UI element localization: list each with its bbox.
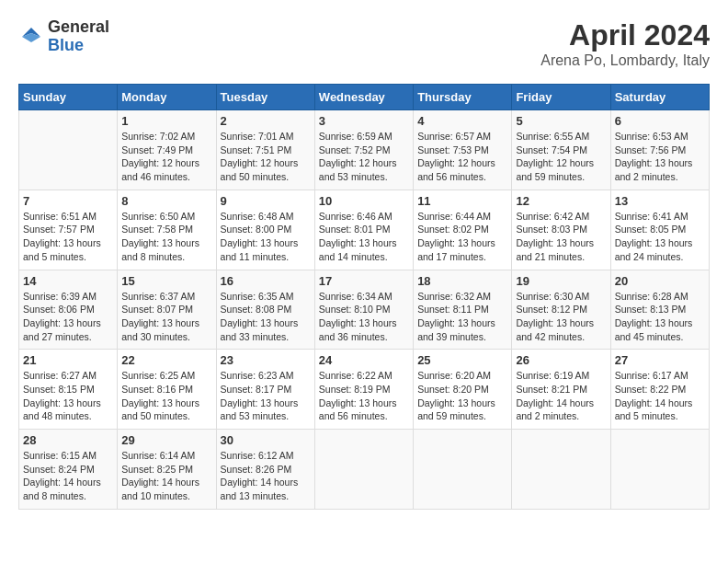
day-info: Sunrise: 6:48 AM Sunset: 8:00 PM Dayligh…	[221, 210, 311, 264]
day-info: Sunrise: 6:23 AM Sunset: 8:17 PM Dayligh…	[221, 369, 311, 423]
day-cell: 18Sunrise: 6:32 AM Sunset: 8:11 PM Dayli…	[414, 270, 512, 350]
day-info: Sunrise: 6:30 AM Sunset: 8:12 PM Dayligh…	[516, 290, 606, 344]
week-row-4: 21Sunrise: 6:27 AM Sunset: 8:15 PM Dayli…	[19, 350, 710, 430]
day-number: 15	[121, 274, 211, 288]
day-number: 22	[121, 353, 211, 367]
week-row-1: 1Sunrise: 7:02 AM Sunset: 7:49 PM Daylig…	[19, 110, 710, 190]
day-cell: 17Sunrise: 6:34 AM Sunset: 8:10 PM Dayli…	[314, 270, 413, 350]
logo-blue: Blue	[48, 37, 109, 55]
header-day-wednesday: Wednesday	[314, 85, 413, 110]
calendar-table: SundayMondayTuesdayWednesdayThursdayFrid…	[18, 84, 710, 510]
day-info: Sunrise: 6:17 AM Sunset: 8:22 PM Dayligh…	[615, 369, 705, 423]
day-cell: 19Sunrise: 6:30 AM Sunset: 8:12 PM Dayli…	[512, 270, 610, 350]
day-info: Sunrise: 6:34 AM Sunset: 8:10 PM Dayligh…	[319, 290, 409, 344]
day-cell: 14Sunrise: 6:39 AM Sunset: 8:06 PM Dayli…	[19, 270, 118, 350]
day-number: 11	[417, 194, 507, 208]
day-info: Sunrise: 6:37 AM Sunset: 8:07 PM Dayligh…	[121, 290, 211, 344]
day-info: Sunrise: 7:02 AM Sunset: 7:49 PM Dayligh…	[121, 130, 211, 184]
day-info: Sunrise: 6:44 AM Sunset: 8:02 PM Dayligh…	[417, 210, 507, 264]
calendar-header: SundayMondayTuesdayWednesdayThursdayFrid…	[19, 85, 710, 110]
day-number: 25	[417, 353, 507, 367]
day-number: 28	[23, 433, 113, 447]
day-cell: 7Sunrise: 6:51 AM Sunset: 7:57 PM Daylig…	[19, 190, 118, 270]
day-info: Sunrise: 6:35 AM Sunset: 8:08 PM Dayligh…	[221, 290, 311, 344]
day-cell: 20Sunrise: 6:28 AM Sunset: 8:13 PM Dayli…	[610, 270, 709, 350]
day-cell: 9Sunrise: 6:48 AM Sunset: 8:00 PM Daylig…	[216, 190, 314, 270]
day-cell: 21Sunrise: 6:27 AM Sunset: 8:15 PM Dayli…	[19, 350, 118, 430]
day-info: Sunrise: 6:15 AM Sunset: 8:24 PM Dayligh…	[23, 449, 113, 503]
day-cell: 13Sunrise: 6:41 AM Sunset: 8:05 PM Dayli…	[610, 190, 709, 270]
month-title: April 2024	[540, 18, 710, 52]
day-info: Sunrise: 6:59 AM Sunset: 7:52 PM Dayligh…	[319, 130, 409, 184]
day-number: 2	[221, 114, 311, 128]
week-row-3: 14Sunrise: 6:39 AM Sunset: 8:06 PM Dayli…	[19, 270, 710, 350]
header-row: SundayMondayTuesdayWednesdayThursdayFrid…	[19, 85, 710, 110]
day-info: Sunrise: 6:41 AM Sunset: 8:05 PM Dayligh…	[615, 210, 705, 264]
calendar-body: 1Sunrise: 7:02 AM Sunset: 7:49 PM Daylig…	[19, 110, 710, 510]
day-cell: 12Sunrise: 6:42 AM Sunset: 8:03 PM Dayli…	[512, 190, 610, 270]
day-info: Sunrise: 6:50 AM Sunset: 7:58 PM Dayligh…	[121, 210, 211, 264]
day-cell: 22Sunrise: 6:25 AM Sunset: 8:16 PM Dayli…	[118, 350, 216, 430]
day-number: 16	[221, 274, 311, 288]
day-cell: 24Sunrise: 6:22 AM Sunset: 8:19 PM Dayli…	[314, 350, 413, 430]
day-info: Sunrise: 6:19 AM Sunset: 8:21 PM Dayligh…	[516, 369, 606, 423]
day-number: 1	[121, 114, 211, 128]
day-number: 21	[23, 353, 113, 367]
week-row-2: 7Sunrise: 6:51 AM Sunset: 7:57 PM Daylig…	[19, 190, 710, 270]
day-number: 20	[615, 274, 705, 288]
day-cell: 6Sunrise: 6:53 AM Sunset: 7:56 PM Daylig…	[610, 110, 709, 190]
header-day-monday: Monday	[118, 85, 216, 110]
day-number: 5	[516, 114, 606, 128]
day-number: 3	[319, 114, 409, 128]
day-info: Sunrise: 6:32 AM Sunset: 8:11 PM Dayligh…	[417, 290, 507, 344]
day-number: 7	[23, 194, 113, 208]
day-cell: 4Sunrise: 6:57 AM Sunset: 7:53 PM Daylig…	[414, 110, 512, 190]
day-cell: 10Sunrise: 6:46 AM Sunset: 8:01 PM Dayli…	[314, 190, 413, 270]
logo-text: General Blue	[48, 18, 109, 55]
day-cell	[314, 430, 413, 510]
day-number: 27	[615, 353, 705, 367]
day-info: Sunrise: 6:53 AM Sunset: 7:56 PM Dayligh…	[615, 130, 705, 184]
day-number: 13	[615, 194, 705, 208]
title-block: April 2024 Arena Po, Lombardy, Italy	[540, 18, 710, 69]
day-number: 12	[516, 194, 606, 208]
day-cell: 28Sunrise: 6:15 AM Sunset: 8:24 PM Dayli…	[19, 430, 118, 510]
day-number: 24	[319, 353, 409, 367]
logo-icon	[18, 24, 44, 50]
day-info: Sunrise: 6:25 AM Sunset: 8:16 PM Dayligh…	[121, 369, 211, 423]
day-cell	[414, 430, 512, 510]
day-number: 26	[516, 353, 606, 367]
day-cell: 2Sunrise: 7:01 AM Sunset: 7:51 PM Daylig…	[216, 110, 314, 190]
day-number: 6	[615, 114, 705, 128]
header-day-saturday: Saturday	[610, 85, 709, 110]
day-info: Sunrise: 6:39 AM Sunset: 8:06 PM Dayligh…	[23, 290, 113, 344]
day-cell: 25Sunrise: 6:20 AM Sunset: 8:20 PM Dayli…	[414, 350, 512, 430]
day-number: 23	[221, 353, 311, 367]
day-cell: 29Sunrise: 6:14 AM Sunset: 8:25 PM Dayli…	[118, 430, 216, 510]
day-info: Sunrise: 6:46 AM Sunset: 8:01 PM Dayligh…	[319, 210, 409, 264]
day-cell: 26Sunrise: 6:19 AM Sunset: 8:21 PM Dayli…	[512, 350, 610, 430]
day-info: Sunrise: 6:55 AM Sunset: 7:54 PM Dayligh…	[516, 130, 606, 184]
day-cell	[512, 430, 610, 510]
day-cell: 1Sunrise: 7:02 AM Sunset: 7:49 PM Daylig…	[118, 110, 216, 190]
header-day-friday: Friday	[512, 85, 610, 110]
header-day-tuesday: Tuesday	[216, 85, 314, 110]
day-cell: 11Sunrise: 6:44 AM Sunset: 8:02 PM Dayli…	[414, 190, 512, 270]
day-number: 10	[319, 194, 409, 208]
day-cell: 8Sunrise: 6:50 AM Sunset: 7:58 PM Daylig…	[118, 190, 216, 270]
logo: General Blue	[18, 18, 109, 55]
header-day-thursday: Thursday	[414, 85, 512, 110]
day-number: 9	[221, 194, 311, 208]
day-number: 8	[121, 194, 211, 208]
day-number: 4	[417, 114, 507, 128]
day-info: Sunrise: 6:42 AM Sunset: 8:03 PM Dayligh…	[516, 210, 606, 264]
day-cell: 15Sunrise: 6:37 AM Sunset: 8:07 PM Dayli…	[118, 270, 216, 350]
day-info: Sunrise: 6:27 AM Sunset: 8:15 PM Dayligh…	[23, 369, 113, 423]
day-info: Sunrise: 6:28 AM Sunset: 8:13 PM Dayligh…	[615, 290, 705, 344]
day-info: Sunrise: 6:51 AM Sunset: 7:57 PM Dayligh…	[23, 210, 113, 264]
day-info: Sunrise: 6:22 AM Sunset: 8:19 PM Dayligh…	[319, 369, 409, 423]
header-day-sunday: Sunday	[19, 85, 118, 110]
day-number: 14	[23, 274, 113, 288]
day-cell: 16Sunrise: 6:35 AM Sunset: 8:08 PM Dayli…	[216, 270, 314, 350]
day-number: 19	[516, 274, 606, 288]
